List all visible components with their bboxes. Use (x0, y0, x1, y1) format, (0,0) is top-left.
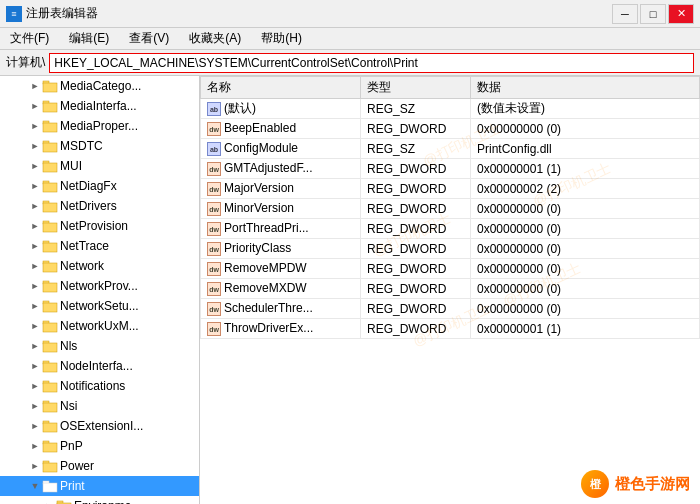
tree-item[interactable]: ►Power (0, 456, 199, 476)
table-row[interactable]: dwPortThreadPri...REG_DWORD0x00000000 (0… (201, 219, 700, 239)
folder-icon (42, 338, 58, 354)
maximize-button[interactable]: □ (640, 4, 666, 24)
tree-panel[interactable]: ►MediaCatego...►MediaInterfa...►MediaPro… (0, 76, 200, 504)
tree-arrow[interactable]: ► (28, 199, 42, 213)
tree-item[interactable]: ►MUI (0, 156, 199, 176)
folder-icon (56, 498, 72, 504)
right-panel[interactable]: @打印机卫士 @打印机卫士 @打印机卫士 @打印机卫士 @打印机卫士 名称 类型… (200, 76, 700, 504)
svg-rect-41 (43, 483, 57, 492)
tree-item[interactable]: ►MediaProper... (0, 116, 199, 136)
menu-item[interactable]: 收藏夹(A) (185, 28, 245, 49)
table-row[interactable]: abConfigModuleREG_SZPrintConfig.dll (201, 139, 700, 159)
tree-item[interactable]: ►NetDiagFx (0, 176, 199, 196)
tree-item[interactable]: ►PnP (0, 436, 199, 456)
menu-item[interactable]: 帮助(H) (257, 28, 306, 49)
col-type[interactable]: 类型 (361, 77, 471, 99)
menu-item[interactable]: 查看(V) (125, 28, 173, 49)
tree-arrow[interactable]: ► (28, 119, 42, 133)
table-row[interactable]: dwSchedulerThre...REG_DWORD0x00000000 (0… (201, 299, 700, 319)
tree-item[interactable]: ►MSDTC (0, 136, 199, 156)
address-input[interactable] (49, 53, 694, 73)
tree-arrow[interactable]: ▼ (28, 479, 42, 493)
tree-item[interactable]: ►Nls (0, 336, 199, 356)
tree-arrow[interactable]: ► (28, 419, 42, 433)
tree-item[interactable]: ►NetDrivers (0, 196, 199, 216)
tree-arrow[interactable]: ► (42, 499, 56, 504)
tree-arrow[interactable]: ► (28, 219, 42, 233)
reg-dword-icon: dw (207, 162, 221, 176)
tree-item[interactable]: ►NodeInterfa... (0, 356, 199, 376)
tree-item[interactable]: ►MediaCatego... (0, 76, 199, 96)
tree-arrow[interactable]: ► (28, 319, 42, 333)
cell-type: REG_SZ (361, 139, 471, 159)
table-row[interactable]: dwThrowDriverEx...REG_DWORD0x00000001 (1… (201, 319, 700, 339)
cell-data: 0x00000000 (0) (471, 119, 700, 139)
tree-item[interactable]: ►Environme... (0, 496, 199, 504)
cell-name: dwGMTAdjustedF... (201, 159, 361, 179)
tree-item-label: MediaProper... (60, 119, 138, 133)
menu-item[interactable]: 编辑(E) (65, 28, 113, 49)
window-controls: ─ □ ✕ (612, 4, 694, 24)
table-row[interactable]: dwMajorVersionREG_DWORD0x00000002 (2) (201, 179, 700, 199)
cell-type: REG_DWORD (361, 239, 471, 259)
tree-arrow[interactable]: ► (28, 439, 42, 453)
folder-icon (42, 98, 58, 114)
cell-type: REG_DWORD (361, 319, 471, 339)
reg-dword-icon: dw (207, 202, 221, 216)
table-row[interactable]: dwRemoveMPDWREG_DWORD0x00000000 (0) (201, 259, 700, 279)
col-name[interactable]: 名称 (201, 77, 361, 99)
table-row[interactable]: dwGMTAdjustedF...REG_DWORD0x00000001 (1) (201, 159, 700, 179)
registry-table: 名称 类型 数据 ab(默认)REG_SZ(数值未设置)dwBeepEnable… (200, 76, 700, 339)
col-data[interactable]: 数据 (471, 77, 700, 99)
reg-dword-icon: dw (207, 122, 221, 136)
svg-rect-7 (43, 143, 57, 152)
tree-arrow[interactable]: ► (28, 299, 42, 313)
tree-item[interactable]: ►Network (0, 256, 199, 276)
tree-arrow[interactable]: ► (28, 399, 42, 413)
cell-data: (数值未设置) (471, 99, 700, 119)
tree-item[interactable]: ►Nsi (0, 396, 199, 416)
tree-arrow[interactable]: ► (28, 339, 42, 353)
tree-arrow[interactable]: ► (28, 179, 42, 193)
menu-item[interactable]: 文件(F) (6, 28, 53, 49)
svg-rect-35 (43, 423, 57, 432)
tree-arrow[interactable]: ► (28, 139, 42, 153)
table-row[interactable]: dwPriorityClassREG_DWORD0x00000000 (0) (201, 239, 700, 259)
tree-arrow[interactable]: ► (28, 159, 42, 173)
cell-name: dwRemoveMXDW (201, 279, 361, 299)
cell-name: dwMajorVersion (201, 179, 361, 199)
tree-arrow[interactable]: ► (28, 359, 42, 373)
tree-arrow[interactable]: ► (28, 99, 42, 113)
minimize-button[interactable]: ─ (612, 4, 638, 24)
tree-item[interactable]: ►NetworkProv... (0, 276, 199, 296)
folder-icon (42, 418, 58, 434)
tree-arrow[interactable]: ► (28, 259, 42, 273)
tree-item[interactable]: ▼Print (0, 476, 199, 496)
cell-name: dwBeepEnabled (201, 119, 361, 139)
svg-rect-15 (43, 223, 57, 232)
reg-dword-icon: dw (207, 242, 221, 256)
table-row[interactable]: dwBeepEnabledREG_DWORD0x00000000 (0) (201, 119, 700, 139)
tree-item[interactable]: ►MediaInterfa... (0, 96, 199, 116)
address-bar: 计算机\ (0, 50, 700, 76)
tree-item[interactable]: ►NetworkUxM... (0, 316, 199, 336)
svg-rect-17 (43, 243, 57, 252)
table-row[interactable]: ab(默认)REG_SZ(数值未设置) (201, 99, 700, 119)
tree-item[interactable]: ►Notifications (0, 376, 199, 396)
tree-arrow[interactable]: ► (28, 379, 42, 393)
tree-item[interactable]: ►NetProvision (0, 216, 199, 236)
tree-arrow[interactable]: ► (28, 239, 42, 253)
tree-arrow[interactable]: ► (28, 459, 42, 473)
cell-data: 0x00000000 (0) (471, 299, 700, 319)
tree-item[interactable]: ►NetworkSetu... (0, 296, 199, 316)
tree-arrow[interactable]: ► (28, 279, 42, 293)
table-row[interactable]: dwRemoveMXDWREG_DWORD0x00000000 (0) (201, 279, 700, 299)
close-button[interactable]: ✕ (668, 4, 694, 24)
menu-bar: 文件(F)编辑(E)查看(V)收藏夹(A)帮助(H) (0, 28, 700, 50)
tree-item-label: Nsi (60, 399, 77, 413)
cell-name: dwRemoveMPDW (201, 259, 361, 279)
tree-arrow[interactable]: ► (28, 79, 42, 93)
table-row[interactable]: dwMinorVersionREG_DWORD0x00000000 (0) (201, 199, 700, 219)
tree-item[interactable]: ►OSExtensionI... (0, 416, 199, 436)
tree-item[interactable]: ►NetTrace (0, 236, 199, 256)
